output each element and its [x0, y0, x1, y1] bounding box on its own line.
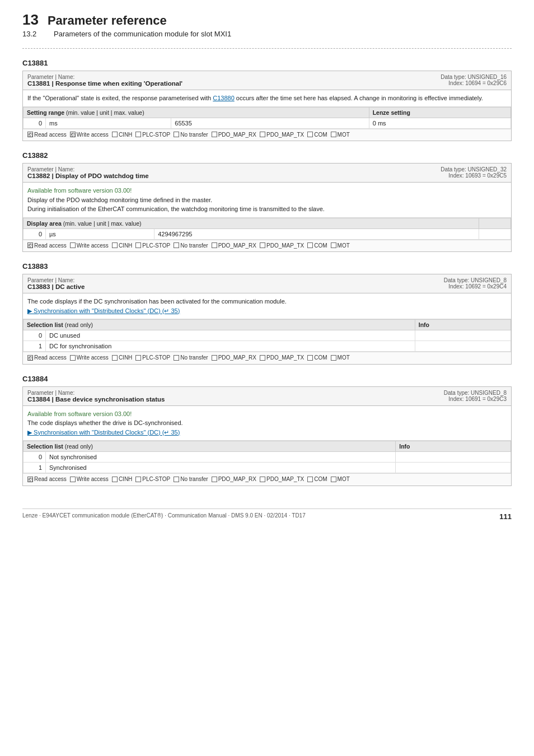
param-table-header-left-C13882: Display area (min. value | unit | max. v… — [24, 218, 479, 228]
table-cell-C13883-1-0: 1 — [24, 341, 46, 352]
param-label-C13882: Parameter | Name: — [27, 166, 149, 172]
footer-item-PDO_MAP_TX: PDO_MAP_TX — [260, 132, 304, 138]
table-cell-C13881-0-1: ms — [46, 118, 171, 128]
footer-item-Read-access: ☑Read access — [27, 354, 67, 361]
param-meta-C13883: Data type: UNSIGNED_8Index: 10692 = 0x29… — [444, 277, 507, 290]
footer-item-No-transfer: No transfer — [174, 354, 208, 361]
param-block-C13881: Parameter | Name:C13881 | Response time … — [22, 71, 512, 141]
param-desc-link2-C13884[interactable]: ▶ Synchronisation with "Distributed Cloc… — [27, 428, 507, 437]
checkbox-PDO_MAP_TX — [260, 242, 265, 248]
param-available-C13884: Available from software version 03.00! — [27, 409, 507, 419]
footer-item-Write-access: Write access — [70, 476, 109, 482]
param-label-C13881: Parameter | Name: — [27, 74, 182, 80]
param-desc-line-C13884-0: The code displays whether the drive is D… — [27, 418, 507, 428]
footer-item-MOT: MOT — [331, 242, 350, 249]
param-anchor-C13883: C13883 — [22, 262, 512, 270]
param-desc-link-C13881[interactable]: C13880 — [213, 95, 235, 101]
checkbox-label-COM: COM — [314, 132, 327, 138]
checkbox-label-Write-access: Write access — [77, 132, 109, 138]
checkbox-MOT — [331, 132, 336, 137]
checkbox-label-PLC-STOP: PLC-STOP — [142, 476, 170, 482]
checkbox-label-No-transfer: No transfer — [180, 476, 208, 482]
param-table-header-left-C13884: Selection list (read only) — [24, 441, 396, 452]
param-desc-C13882: Available from software version 03.00!Di… — [23, 183, 511, 218]
checkbox-label-PDO_MAP_TX: PDO_MAP_TX — [266, 242, 304, 249]
checkbox-PDO_MAP_RX — [212, 355, 217, 361]
param-table-header-right-C13884: Info — [396, 441, 511, 452]
param-desc-line-C13882-1: During initialisation of the EtherCAT co… — [27, 204, 507, 214]
checkbox-label-PDO_MAP_RX: PDO_MAP_RX — [218, 354, 256, 361]
checkbox-label-PLC-STOP: PLC-STOP — [142, 132, 170, 138]
checkbox-label-Write-access: Write access — [77, 354, 109, 361]
footer-text: Lenze · E94AYCET communication module (E… — [22, 512, 306, 521]
footer-item-PDO_MAP_RX: PDO_MAP_RX — [212, 242, 256, 249]
footer-item-MOT: MOT — [331, 354, 350, 361]
param-meta-C13882: Data type: UNSIGNED_32Index: 10693 = 0x2… — [441, 166, 507, 179]
checkbox-No-transfer — [174, 132, 179, 137]
table-cell-C13882-0-2: 4294967295 — [154, 228, 479, 239]
param-header-C13884: Parameter | Name:C13884 | Base device sy… — [23, 387, 511, 406]
checkbox-COM — [307, 477, 313, 482]
checkbox-Read-access: ☑ — [27, 242, 33, 248]
table-cell-C13884-0-2 — [396, 452, 511, 463]
footer-item-No-transfer: No transfer — [174, 476, 208, 482]
footer-item-Write-access: ☑Write access — [70, 132, 109, 138]
checkbox-MOT — [331, 355, 336, 361]
checkbox-Write-access — [70, 477, 76, 482]
checkbox-PDO_MAP_RX — [212, 477, 217, 482]
checkbox-PLC-STOP — [135, 132, 141, 137]
section-number: 13.2 — [22, 30, 45, 38]
checkbox-PDO_MAP_RX — [212, 132, 217, 137]
checkbox-label-PLC-STOP: PLC-STOP — [142, 242, 170, 249]
footer-item-COM: COM — [307, 132, 327, 138]
param-desc-link2-C13883[interactable]: ▶ Synchronisation with "Distributed Cloc… — [27, 306, 507, 316]
footer-item-CINH: CINH — [112, 132, 132, 138]
checkbox-label-PDO_MAP_TX: PDO_MAP_TX — [266, 132, 304, 138]
checkbox-COM — [307, 355, 313, 361]
checkbox-label-PDO_MAP_RX: PDO_MAP_RX — [218, 242, 256, 249]
footer-item-Write-access: Write access — [70, 242, 109, 249]
param-meta-C13881: Data type: UNSIGNED_16Index: 10694 = 0x2… — [441, 74, 507, 86]
table-cell-C13882-0-1: µs — [46, 228, 154, 239]
checkbox-label-MOT: MOT — [338, 354, 350, 361]
param-table-C13884: Selection list (read only)Info0Not synch… — [23, 441, 511, 473]
footer-item-COM: COM — [307, 354, 327, 361]
table-row: 0ms655350 ms — [24, 118, 511, 128]
checkbox-label-COM: COM — [314, 476, 327, 482]
checkbox-label-Read-access: Read access — [34, 242, 67, 249]
param-desc-line-C13882-0: Display of the PDO watchdog monitoring t… — [27, 195, 507, 205]
checkbox-label-CINH: CINH — [119, 354, 132, 361]
table-cell-C13883-0-2 — [415, 330, 510, 341]
footer-item-PDO_MAP_TX: PDO_MAP_TX — [260, 242, 304, 249]
chapter-title: Parameter reference — [48, 13, 167, 28]
checkbox-label-No-transfer: No transfer — [180, 242, 208, 249]
param-table-header-left-C13881: Setting range (min. value | unit | max. … — [24, 107, 369, 118]
table-row: 1DC for synchronisation — [24, 341, 511, 352]
checkbox-Read-access: ☑ — [27, 132, 33, 137]
chapter-number: 13 — [22, 11, 39, 29]
footer-item-COM: COM — [307, 476, 327, 482]
checkbox-MOT — [331, 242, 336, 248]
checkbox-label-No-transfer: No transfer — [180, 132, 208, 138]
checkbox-label-Read-access: Read access — [34, 476, 67, 482]
footer-item-PDO_MAP_TX: PDO_MAP_TX — [260, 476, 304, 482]
table-cell-C13884-1-0: 1 — [24, 463, 46, 473]
checkbox-PLC-STOP — [135, 355, 141, 361]
checkbox-Write-access — [70, 242, 76, 248]
table-cell-C13881-0-0: 0 — [24, 118, 46, 128]
param-footer-C13884: ☑Read accessWrite accessCINHPLC-STOPNo t… — [23, 473, 511, 486]
footer-item-PDO_MAP_RX: PDO_MAP_RX — [212, 132, 256, 138]
page-header: 13 Parameter reference 13.2 Parameters o… — [22, 11, 512, 38]
checkbox-label-MOT: MOT — [338, 242, 350, 249]
param-available-C13882: Available from software version 03.00! — [27, 186, 507, 195]
checkbox-label-PDO_MAP_TX: PDO_MAP_TX — [266, 476, 304, 482]
param-anchor-C13882: C13882 — [22, 151, 512, 160]
param-label-C13884: Parameter | Name: — [27, 390, 165, 396]
table-cell-C13881-0-2: 65535 — [171, 118, 369, 128]
checkbox-COM — [307, 132, 313, 137]
footer-item-PLC-STOP: PLC-STOP — [135, 476, 170, 482]
footer-item-No-transfer: No transfer — [174, 132, 208, 138]
table-cell-C13883-0-0: 0 — [24, 330, 46, 341]
checkbox-No-transfer — [174, 477, 179, 482]
param-anchor-C13881: C13881 — [22, 59, 512, 67]
